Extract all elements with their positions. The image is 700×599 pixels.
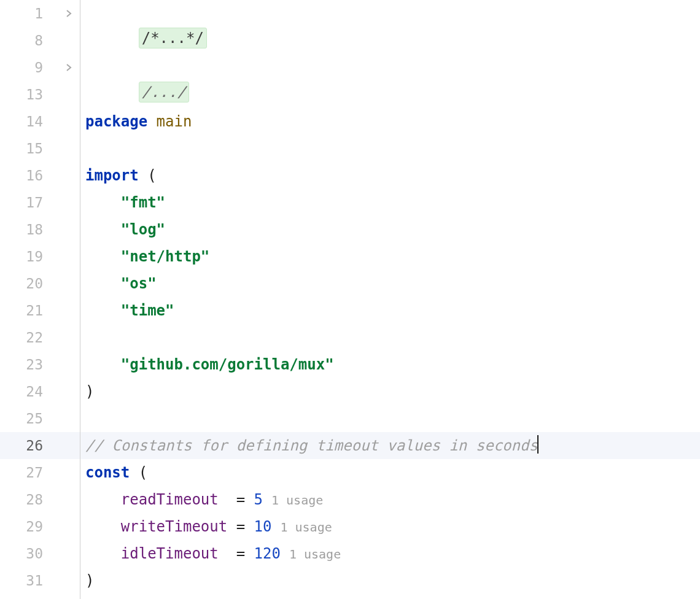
gutter-line[interactable]: 28: [0, 486, 80, 513]
code-line[interactable]: package main: [80, 108, 700, 135]
gutter-line[interactable]: 26: [0, 432, 80, 459]
import-path: "fmt": [121, 194, 165, 211]
code-line[interactable]: writeTimeout = 101 usage: [80, 513, 700, 540]
gutter-line[interactable]: 16: [0, 162, 80, 189]
code-line[interactable]: ): [80, 567, 700, 594]
gutter-line[interactable]: 23: [0, 351, 80, 378]
text-caret: [537, 435, 539, 454]
line-number: 8: [34, 27, 43, 54]
gutter-line[interactable]: 17: [0, 189, 80, 216]
gutter-line[interactable]: 25: [0, 405, 80, 432]
line-number: 31: [26, 567, 43, 594]
code-line[interactable]: 💡: [80, 405, 700, 432]
keyword-const: const: [85, 464, 130, 481]
gutter-line[interactable]: 20: [0, 270, 80, 297]
code-line[interactable]: "fmt": [80, 189, 700, 216]
line-number: 1: [34, 0, 43, 27]
gutter-line[interactable]: 19: [0, 243, 80, 270]
code-line[interactable]: import (: [80, 162, 700, 189]
line-number: 16: [26, 162, 43, 189]
code-line[interactable]: readTimeout = 51 usage: [80, 486, 700, 513]
line-number: 22: [26, 324, 43, 351]
const-value: 5: [254, 491, 263, 508]
gutter-line[interactable]: 13: [0, 81, 80, 108]
paren-open: (: [147, 167, 156, 184]
usage-hint[interactable]: 1 usage: [263, 493, 323, 508]
import-path: "log": [121, 221, 165, 238]
code-line-current[interactable]: // Constants for defining timeout values…: [80, 432, 700, 459]
paren-open: (: [139, 464, 147, 481]
gutter-line[interactable]: 18: [0, 216, 80, 243]
code-line[interactable]: [80, 27, 700, 54]
gutter: 1 8 9 13 14 15 16 17 18 19 20 21 22 23 2…: [0, 0, 80, 599]
gutter-line[interactable]: 29: [0, 513, 80, 540]
line-number: 13: [26, 81, 43, 108]
line-number: 21: [26, 297, 43, 324]
import-path: "time": [121, 302, 174, 319]
line-number: 28: [26, 486, 43, 513]
line-number: 17: [26, 189, 43, 216]
code-line[interactable]: "time": [80, 297, 700, 324]
keyword-package: package: [85, 113, 147, 130]
fold-toggle-icon[interactable]: [65, 0, 72, 27]
code-line[interactable]: idleTimeout = 1201 usage: [80, 540, 700, 567]
gutter-line[interactable]: 21: [0, 297, 80, 324]
gutter-line[interactable]: 8: [0, 27, 80, 54]
paren-close: ): [85, 572, 94, 589]
line-number: 29: [26, 513, 43, 540]
gutter-line[interactable]: 27: [0, 459, 80, 486]
code-line[interactable]: /*...*/: [80, 0, 700, 27]
line-number: 20: [26, 270, 43, 297]
code-line[interactable]: [80, 81, 700, 108]
code-line[interactable]: "github.com/gorilla/mux": [80, 351, 700, 378]
gutter-line[interactable]: 15: [0, 135, 80, 162]
line-number: 19: [26, 243, 43, 270]
const-name: writeTimeout: [121, 518, 227, 535]
line-number: 25: [26, 405, 43, 432]
usage-hint[interactable]: 1 usage: [271, 520, 332, 535]
import-path: "net/http": [121, 248, 210, 265]
line-number: 15: [26, 135, 43, 162]
code-line[interactable]: const (: [80, 459, 700, 486]
import-path: "os": [121, 275, 157, 292]
line-number: 30: [26, 540, 43, 567]
code-line[interactable]: ): [80, 378, 700, 405]
gutter-line[interactable]: 31: [0, 567, 80, 594]
line-number: 18: [26, 216, 43, 243]
code-area[interactable]: /*...*/ /.../ package main import ( "fmt…: [80, 0, 700, 599]
code-line[interactable]: "log": [80, 216, 700, 243]
line-number: 14: [26, 108, 43, 135]
paren-close: ): [85, 383, 94, 400]
import-path: "github.com/gorilla/mux": [121, 356, 334, 373]
code-line[interactable]: /.../: [80, 54, 700, 81]
package-name: main: [157, 113, 192, 130]
gutter-line[interactable]: 9: [0, 54, 80, 81]
const-value: 120: [254, 545, 281, 562]
code-editor: 1 8 9 13 14 15 16 17 18 19 20 21 22 23 2…: [0, 0, 700, 599]
code-line[interactable]: [80, 135, 700, 162]
code-line[interactable]: "net/http": [80, 243, 700, 270]
const-value: 10: [254, 518, 272, 535]
code-line[interactable]: "os": [80, 270, 700, 297]
gutter-line[interactable]: 14: [0, 108, 80, 135]
comment: // Constants for defining timeout values…: [85, 437, 538, 454]
line-number: 23: [26, 351, 43, 378]
keyword-import: import: [85, 167, 139, 184]
line-number: 26: [26, 432, 43, 459]
gutter-line[interactable]: 1: [0, 0, 80, 27]
fold-toggle-icon[interactable]: [65, 54, 72, 81]
const-name: readTimeout: [121, 491, 219, 508]
line-number: 27: [26, 459, 43, 486]
line-number: 24: [26, 378, 43, 405]
code-line[interactable]: [80, 324, 700, 351]
gutter-line[interactable]: 22: [0, 324, 80, 351]
gutter-line[interactable]: 30: [0, 540, 80, 567]
line-number: 9: [34, 54, 43, 81]
const-name: idleTimeout: [121, 545, 219, 562]
usage-hint[interactable]: 1 usage: [281, 547, 341, 562]
gutter-line[interactable]: 24: [0, 378, 80, 405]
